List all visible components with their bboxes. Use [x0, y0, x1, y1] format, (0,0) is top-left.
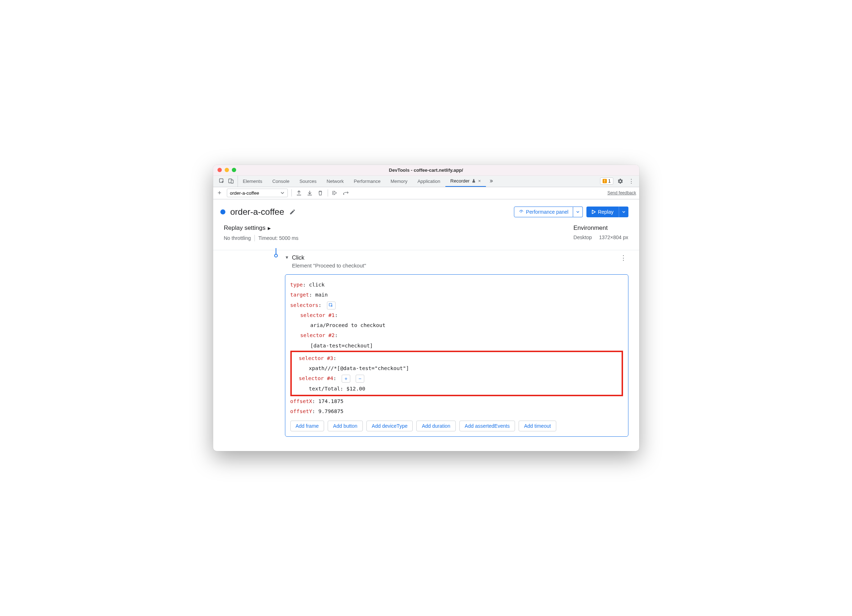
import-icon[interactable] [306, 189, 313, 196]
pick-element-icon[interactable] [327, 301, 335, 309]
selector-3-value[interactable]: xpath///*[@data-test="checkout"] [309, 365, 409, 371]
divider [292, 189, 292, 196]
add-devicetype-button[interactable]: Add deviceType [366, 420, 413, 431]
step-more-menu[interactable]: ⋮ [620, 254, 628, 262]
delete-icon[interactable] [317, 189, 324, 196]
chevron-right-icon: ▸ [268, 224, 271, 232]
divider [328, 189, 328, 196]
device-toggle-icon[interactable] [228, 178, 235, 185]
step-name: Click [292, 254, 366, 262]
selector-2-key: selector #2 [301, 332, 335, 338]
more-tabs-button[interactable] [486, 176, 497, 187]
tab-recorder[interactable]: Recorder × [446, 176, 486, 187]
replay-split: Replay [586, 206, 628, 217]
recorder-toolbar: + order-a-coffee Send feedback [213, 187, 639, 199]
warning-icon: ! [603, 179, 607, 183]
minimize-window-button[interactable] [225, 168, 229, 172]
window-title: DevTools - coffee-cart.netlify.app/ [213, 167, 639, 173]
step-description: Element "Proceed to checkout" [292, 262, 366, 269]
add-timeout-button[interactable]: Add timeout [518, 420, 556, 431]
selector-4-key: selector #4 [299, 375, 334, 381]
inspect-controls [215, 176, 238, 187]
devtools-window: DevTools - coffee-cart.netlify.app/ Elem… [213, 165, 639, 452]
tab-elements[interactable]: Elements [238, 176, 267, 187]
step-header: ▼ Click Element "Proceed to checkout" ⋮ [285, 250, 628, 269]
timeline-marker [274, 248, 278, 258]
kebab-menu-icon[interactable]: ⋮ [628, 178, 635, 185]
offsety-value[interactable]: 9.796875 [318, 408, 343, 414]
flask-icon [471, 179, 476, 183]
step-play-icon[interactable] [332, 189, 339, 196]
remove-selector-icon[interactable]: − [356, 375, 364, 383]
tab-application[interactable]: Application [412, 176, 446, 187]
add-assertedevents-button[interactable]: Add assertedEvents [459, 420, 515, 431]
chevron-down-icon [280, 191, 285, 195]
gauge-icon [518, 209, 524, 214]
tab-sources[interactable]: Sources [294, 176, 322, 187]
tab-performance[interactable]: Performance [349, 176, 385, 187]
send-feedback-link[interactable]: Send feedback [607, 190, 636, 196]
panel-tabbar: Elements Console Sources Network Perform… [213, 176, 639, 187]
issues-badge[interactable]: ! 1 [600, 178, 613, 185]
recording-header: order-a-coffee Performance panel Replay [213, 199, 639, 224]
type-key: type [290, 282, 303, 288]
tab-memory[interactable]: Memory [385, 176, 412, 187]
selectors-key: selectors [290, 302, 319, 308]
recording-title: order-a-coffee [230, 207, 284, 217]
edit-icon[interactable] [289, 209, 296, 215]
maximize-window-button[interactable] [232, 168, 236, 172]
selector-2-value[interactable]: [data-test=checkout] [310, 343, 373, 348]
performance-panel-button[interactable]: Performance panel [514, 206, 573, 217]
svg-rect-2 [231, 180, 233, 183]
step-details-panel: type: click target: main selectors: sele… [285, 274, 628, 437]
recording-status-dot [221, 209, 225, 214]
tab-console[interactable]: Console [267, 176, 295, 187]
device-value: Desktop [574, 235, 592, 240]
close-tab-icon[interactable]: × [478, 178, 481, 184]
offsety-key: offsetY [290, 408, 312, 414]
divider [254, 235, 255, 241]
add-duration-button[interactable]: Add duration [416, 420, 455, 431]
offsetx-key: offsetX [290, 398, 312, 404]
replay-settings-toggle[interactable]: Replay settings ▸ [224, 224, 299, 232]
traffic-lights [213, 168, 236, 172]
performance-panel-caret[interactable] [573, 206, 583, 217]
replay-button[interactable]: Replay [586, 206, 619, 217]
settings-row: Replay settings ▸ No throttling Timeout:… [213, 224, 639, 250]
replay-caret[interactable] [619, 206, 628, 217]
selector-3-key: selector #3 [299, 355, 334, 361]
add-frame-button[interactable]: Add frame [290, 420, 325, 431]
timeout-value: Timeout: 5000 ms [258, 235, 299, 241]
settings-gear-icon[interactable] [617, 178, 624, 185]
add-recording-icon[interactable]: + [216, 189, 223, 196]
play-icon [591, 210, 596, 214]
step-area: ▼ Click Element "Proceed to checkout" ⋮ … [213, 250, 639, 452]
target-key: target [290, 292, 309, 298]
close-window-button[interactable] [218, 168, 222, 172]
dimensions-value: 1372×804 px [599, 235, 628, 240]
target-value[interactable]: main [315, 292, 328, 298]
selector-1-key: selector #1 [301, 312, 335, 318]
svg-point-3 [343, 194, 344, 195]
add-selector-icon[interactable]: + [341, 375, 350, 383]
throttling-value: No throttling [224, 235, 251, 241]
add-property-buttons: Add frame Add button Add deviceType Add … [290, 420, 623, 431]
issues-count: 1 [608, 179, 611, 184]
titlebar: DevTools - coffee-cart.netlify.app/ [213, 165, 639, 176]
highlight-annotation: selector #3: xpath///*[@data-test="check… [290, 351, 623, 396]
environment-label: Environment [574, 224, 628, 232]
recording-select-value: order-a-coffee [230, 190, 259, 196]
selector-4-value[interactable]: text/Total: $12.00 [309, 386, 366, 392]
inspect-element-icon[interactable] [218, 178, 225, 185]
add-button-button[interactable]: Add button [328, 420, 363, 431]
tab-network[interactable]: Network [322, 176, 349, 187]
step-over-icon[interactable] [342, 189, 350, 196]
type-value[interactable]: click [309, 282, 325, 288]
recording-select[interactable]: order-a-coffee [227, 188, 288, 197]
performance-panel-split: Performance panel [514, 206, 583, 217]
selector-1-value[interactable]: aria/Proceed to checkout [310, 322, 386, 328]
collapse-step-icon[interactable]: ▼ [285, 254, 289, 260]
export-icon[interactable] [295, 189, 302, 196]
offsetx-value[interactable]: 174.1875 [318, 398, 343, 404]
